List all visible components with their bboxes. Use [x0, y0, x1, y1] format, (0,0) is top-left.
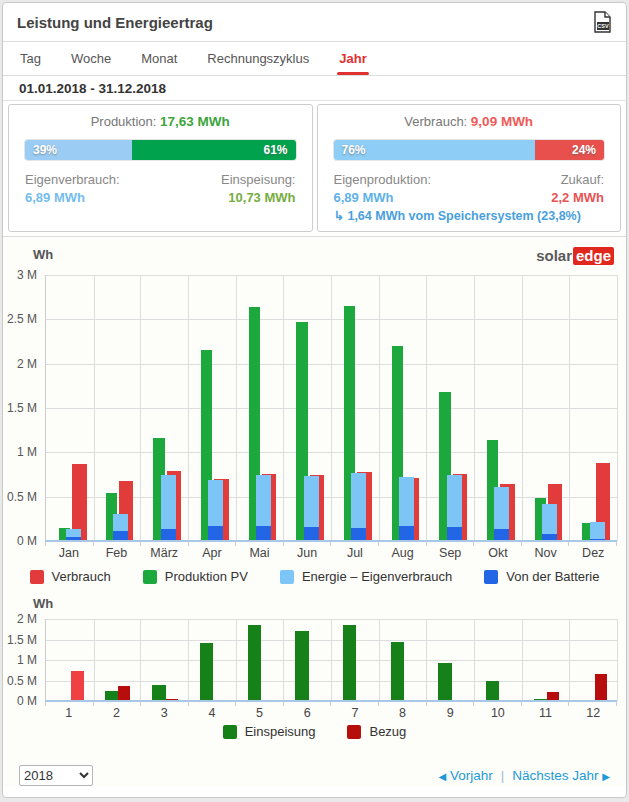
bar-energie-eigenverbrauch — [590, 522, 605, 541]
x-tick-label: 4 — [188, 706, 236, 720]
purchase-value: 2,2 MWh — [551, 190, 604, 205]
csv-export-icon[interactable]: CSV — [593, 11, 612, 34]
month-slot — [140, 275, 189, 541]
bar-von-der-batterie — [447, 527, 462, 541]
x-tick-label: Jun — [283, 546, 331, 560]
month-slot — [283, 619, 332, 701]
y-tick-label: 2 M — [3, 357, 37, 371]
period-tabs: TagWocheMonatRechnungszyklusJahr — [3, 42, 626, 76]
bar-von-der-batterie — [304, 527, 319, 541]
legend-label: Bezug — [369, 724, 406, 739]
tab-monat[interactable]: Monat — [141, 42, 177, 75]
month-slot — [379, 275, 428, 541]
x-axis-baseline — [45, 700, 617, 702]
next-year-link[interactable]: Nächstes Jahr ▶ — [512, 768, 610, 783]
feed-in-segment: 61% — [132, 140, 295, 160]
bar-von-der-batterie — [208, 526, 223, 541]
y-tick-label: 0.5 M — [3, 490, 37, 504]
consumption-value: 9,09 MWh — [471, 114, 533, 129]
y-tick-label: 0.5 M — [3, 674, 37, 688]
bar-von-der-batterie — [351, 528, 366, 541]
bar-von-der-batterie — [256, 526, 271, 541]
year-select[interactable]: 2018 — [19, 765, 93, 786]
month-slot — [93, 275, 142, 541]
purchased-segment: 24% — [535, 140, 604, 160]
legend-item-produktion-pv[interactable]: Produktion PV — [143, 569, 248, 584]
previous-year-link[interactable]: ◀ Vorjahr — [438, 768, 492, 783]
bar-bezug — [71, 671, 83, 701]
y-tick-label: 1 M — [3, 445, 37, 459]
self-consumption-stat: Eigenverbrauch: 6,89 MWh — [25, 172, 120, 205]
month-slot — [569, 275, 618, 541]
x-tick-label: 5 — [236, 706, 284, 720]
month-slot — [426, 275, 475, 541]
consumption-panel: Verbrauch: 9,09 MWh 76% 24% Eigenprodukt… — [317, 104, 622, 232]
chart2-x-axis: 123456789101112 — [45, 706, 617, 720]
x-tick-label: Mai — [236, 546, 284, 560]
x-tick-label: 12 — [569, 706, 617, 720]
own-production-stat: Eigenproduktion: 6,89 MWh — [334, 172, 432, 205]
x-tick-label: 7 — [331, 706, 379, 720]
x-tick-label: 6 — [283, 706, 331, 720]
month-slot — [569, 619, 618, 701]
x-tick-label: 10 — [474, 706, 522, 720]
x-tick-label: 3 — [140, 706, 188, 720]
chart2-unit-label: Wh — [33, 596, 53, 611]
nav-separator: | — [501, 768, 505, 783]
y-tick-label: 0 M — [3, 694, 37, 708]
x-tick-label: 9 — [426, 706, 474, 720]
x-tick-label: Dez — [569, 546, 617, 560]
month-slot — [93, 619, 142, 701]
month-slot — [379, 619, 428, 701]
legend-swatch — [484, 570, 498, 584]
performance-widget: Leistung und Energieertrag CSV TagWocheM… — [2, 2, 627, 798]
y-tick-label: 1 M — [3, 653, 37, 667]
self-consumption-value: 6,89 MWh — [25, 190, 120, 205]
x-tick-label: März — [140, 546, 188, 560]
purchase-label: Zukauf: — [551, 172, 604, 187]
month-slot — [474, 619, 523, 701]
tab-jahr[interactable]: Jahr — [339, 42, 366, 75]
date-range: 01.01.2018 - 31.12.2018 — [3, 76, 626, 101]
x-tick-label: 8 — [379, 706, 427, 720]
month-slot — [188, 619, 237, 701]
chart1-unit-label: Wh — [33, 247, 53, 262]
x-tick-label: Feb — [93, 546, 141, 560]
x-tick-label: Okt — [474, 546, 522, 560]
y-tick-label: 3 M — [3, 268, 37, 282]
logo-text-solar: solar — [536, 247, 572, 264]
month-slot — [236, 619, 285, 701]
legend-label: Einspeisung — [245, 724, 316, 739]
feed-in-label: Einspeisung: — [221, 172, 295, 187]
month-slot — [426, 619, 475, 701]
bar-bezug — [595, 674, 607, 701]
chart2-plot-area — [45, 619, 617, 701]
tab-woche[interactable]: Woche — [71, 42, 111, 75]
legend-item-von-der-batterie[interactable]: Von der Batterie — [484, 569, 599, 584]
month-slot — [45, 619, 95, 701]
tab-tag[interactable]: Tag — [20, 42, 41, 75]
own-production-value: 6,89 MWh — [334, 190, 432, 205]
purchase-stat: Zukauf: 2,2 MWh — [551, 172, 604, 205]
month-slot — [522, 619, 571, 701]
bar-einspeisung — [343, 625, 356, 701]
own-production-label: Eigenproduktion: — [334, 172, 432, 187]
legend-label: Verbrauch — [52, 569, 111, 584]
month-slot — [474, 275, 523, 541]
feed-in-stat: Einspeisung: 10,73 MWh — [221, 172, 295, 205]
legend-label: Von der Batterie — [506, 569, 599, 584]
legend-item-verbrauch[interactable]: Verbrauch — [30, 569, 111, 584]
solaredge-logo: solaredge — [536, 247, 614, 264]
chart1-x-axis: JanFebMärzAprMaiJunJulAugSepOktNovDez — [45, 546, 617, 560]
x-tick-label: Aug — [379, 546, 427, 560]
chart1-plot-area — [45, 275, 617, 541]
energy-chart-monthly: Wh solaredge 3 M2.5 M2 M1.5 M1 M0.5 M0 M… — [3, 237, 626, 565]
tab-rechnungszyklus[interactable]: Rechnungszyklus — [207, 42, 309, 75]
legend-item-bezug[interactable]: Bezug — [347, 724, 406, 739]
production-ratio-bar: 39% 61% — [25, 140, 296, 160]
logo-text-edge: edge — [573, 247, 614, 265]
bar-einspeisung — [486, 681, 499, 701]
legend-item-energie-eigenverbrauch[interactable]: Energie – Eigenverbrauch — [280, 569, 452, 584]
month-slot — [188, 275, 237, 541]
legend-item-einspeisung[interactable]: Einspeisung — [223, 724, 316, 739]
